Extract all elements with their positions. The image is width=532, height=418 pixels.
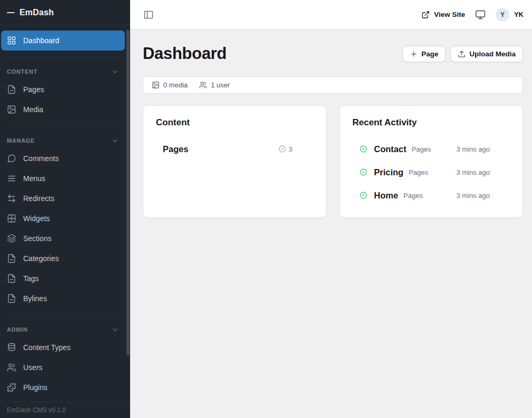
upload-icon	[458, 50, 466, 58]
stats-bar: 0 media 1 user	[143, 76, 523, 94]
dashboard-cards: Content Pages 3 Recent Activity Contact …	[143, 105, 523, 218]
section-header-label: ADMIN	[7, 326, 28, 333]
circle-check-icon	[360, 192, 367, 199]
sidebar-scrollbar[interactable]	[126, 30, 130, 355]
sidebar-nav: Dashboard CONTENT Pages Media MANAGE Com…	[0, 25, 130, 402]
stat-users: 1 user	[199, 81, 230, 89]
sidebar-item-content-types[interactable]: Content Types	[1, 337, 125, 357]
view-site-label: View Site	[434, 11, 465, 18]
activity-row-contact[interactable]: Contact Pages 3 mins ago	[352, 137, 510, 161]
sidebar-item-plugins[interactable]: Plugins	[1, 377, 125, 397]
chevron-down-icon	[111, 326, 119, 334]
dashboard-icon	[7, 36, 16, 45]
bylines-icon	[7, 294, 16, 303]
display-mode-button[interactable]	[474, 8, 487, 21]
page-actions: Page Upload Media	[402, 46, 523, 62]
activity-name: Contact	[374, 144, 406, 154]
circle-check-icon	[279, 145, 286, 153]
content-row-pages[interactable]: Pages 3	[156, 137, 313, 161]
upload-media-button[interactable]: Upload Media	[450, 46, 523, 62]
sidebar-section-admin[interactable]: ADMIN	[1, 322, 125, 337]
sidebar-item-menus[interactable]: Menus	[1, 168, 125, 188]
sidebar-section-manage[interactable]: MANAGE	[1, 133, 125, 148]
new-page-label: Page	[421, 50, 438, 58]
new-page-button[interactable]: Page	[402, 46, 446, 62]
sidebar-item-label: Media	[23, 105, 43, 114]
content-row-count: 3	[279, 145, 292, 153]
content-card: Content Pages 3	[143, 105, 327, 218]
users-icon	[7, 363, 16, 372]
content-row-count-value: 3	[289, 145, 292, 153]
sidebar-toggle-button[interactable]	[142, 8, 155, 21]
activity-type: Pages	[409, 168, 428, 176]
recent-activity-card: Recent Activity Contact Pages 3 mins ago…	[339, 105, 523, 218]
sidebar-item-pages[interactable]: Pages	[1, 79, 125, 99]
sidebar-footer-version: EmDash CMS v0.1.0	[0, 402, 130, 418]
activity-time: 3 mins ago	[456, 168, 490, 176]
activity-name: Home	[374, 191, 398, 201]
sidebar-item-label: Redirects	[23, 194, 54, 203]
tags-icon	[7, 274, 16, 283]
topbar: View Site Y YK	[130, 0, 532, 29]
sidebar-item-label: Comments	[23, 154, 59, 163]
sidebar-item-dashboard[interactable]: Dashboard	[1, 31, 125, 51]
recent-activity-title: Recent Activity	[352, 117, 510, 128]
page-content: Dashboard Page Upload Media 0 media 1 us…	[130, 29, 532, 231]
sidebar-item-comments[interactable]: Comments	[1, 148, 125, 168]
sidebar-item-label: Bylines	[23, 294, 47, 303]
activity-list: Contact Pages 3 mins ago Pricing Pages 3…	[352, 137, 510, 207]
comments-icon	[7, 154, 16, 163]
view-site-button[interactable]: View Site	[421, 11, 465, 19]
users-icon	[199, 81, 207, 89]
sidebar-item-users[interactable]: Users	[1, 357, 125, 377]
divider	[6, 315, 115, 315]
sidebar-item-widgets[interactable]: Widgets	[1, 208, 125, 228]
pages-icon	[7, 85, 16, 94]
sidebar-section-content[interactable]: CONTENT	[1, 64, 125, 79]
sidebar-item-label: Users	[23, 363, 43, 372]
app-title: EmDash	[19, 8, 54, 17]
chevron-down-icon	[111, 68, 119, 76]
categories-icon	[7, 254, 16, 263]
redirects-icon	[7, 194, 16, 203]
topbar-right: View Site Y YK	[421, 8, 524, 22]
sidebar-item-tags[interactable]: Tags	[1, 268, 125, 288]
image-icon	[152, 81, 160, 89]
avatar: Y	[496, 8, 509, 22]
activity-row-home[interactable]: Home Pages 3 mins ago	[352, 184, 510, 207]
monitor-icon	[475, 9, 486, 20]
activity-row-pricing[interactable]: Pricing Pages 3 mins ago	[352, 161, 510, 184]
user-initials: YK	[514, 11, 524, 18]
sidebar-item-label: Menus	[23, 174, 45, 183]
content-card-title: Content	[156, 117, 313, 128]
sidebar-item-bylines[interactable]: Bylines	[1, 288, 125, 308]
external-link-icon	[421, 11, 430, 19]
activity-name: Pricing	[374, 167, 403, 177]
circle-check-icon	[360, 168, 367, 176]
sidebar-item-categories[interactable]: Categories	[1, 248, 125, 268]
sidebar-item-label: Widgets	[23, 214, 50, 223]
emdash-logo-icon	[7, 12, 15, 13]
sidebar-item-sections[interactable]: Sections	[1, 228, 125, 248]
activity-type: Pages	[411, 145, 431, 153]
circle-check-icon	[360, 145, 367, 153]
sidebar: EmDash Dashboard CONTENT Pages Media MAN…	[0, 0, 130, 418]
sidebar-item-redirects[interactable]: Redirects	[1, 188, 125, 208]
sidebar-item-media[interactable]: Media	[1, 99, 125, 120]
panel-left-icon	[143, 9, 154, 20]
widgets-icon	[7, 214, 16, 223]
user-menu[interactable]: Y YK	[496, 8, 524, 22]
sidebar-item-label: Dashboard	[23, 36, 60, 45]
page-title: Dashboard	[143, 44, 226, 63]
sidebar-item-label: Content Types	[23, 343, 71, 352]
sidebar-logo: EmDash	[0, 0, 130, 25]
divider	[6, 126, 115, 126]
upload-media-label: Upload Media	[469, 50, 516, 58]
media-icon	[7, 105, 16, 114]
page-header: Dashboard Page Upload Media	[143, 44, 523, 63]
content-types-icon	[7, 343, 16, 352]
section-header-label: MANAGE	[7, 137, 35, 144]
stat-media-label: 0 media	[163, 81, 188, 89]
section-header-label: CONTENT	[7, 68, 37, 75]
plugins-icon	[7, 383, 16, 392]
